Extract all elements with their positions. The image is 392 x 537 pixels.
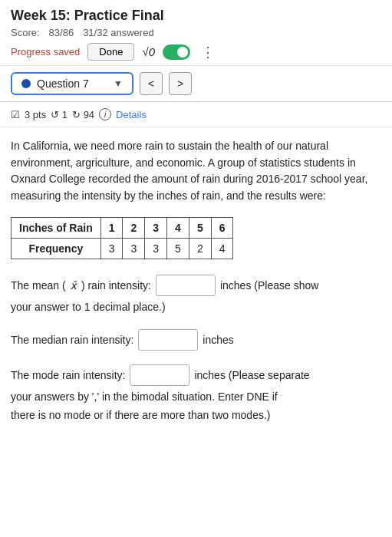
sqrt-label: √0 — [142, 45, 155, 58]
mean-unit: inches (Please show — [220, 277, 318, 294]
table-header-1: 1 — [100, 217, 123, 238]
question-selector[interactable]: Question 7 ▼ — [11, 72, 133, 95]
table-freq-5: 2 — [189, 238, 211, 259]
chevron-down-icon: ▼ — [114, 78, 123, 89]
median-unit: inches — [203, 331, 233, 348]
page-header: Week 15: Practice Final Score: 83/86 31/… — [0, 0, 392, 66]
median-question-line: The median rain intensity: inches — [11, 329, 381, 351]
header-actions: Progress saved Done √0 ⋮ — [11, 43, 381, 61]
mode-prefix: The mode rain intensity: — [11, 367, 125, 384]
progress-saved-label: Progress saved — [11, 46, 80, 58]
checkbox-icon: ☑ — [11, 109, 20, 120]
median-prefix: The median rain intensity: — [11, 331, 133, 348]
question-status-dot — [21, 79, 31, 88]
mode-unit: inches (Please separate — [194, 367, 309, 384]
problem-text: In California, we need more rain to sust… — [11, 138, 381, 205]
mode-subtext1: your answers by ',' in the bimodal situa… — [11, 389, 381, 406]
table-freq-3: 3 — [145, 238, 167, 259]
mean-subtext: your answer to 1 decimal place.) — [11, 299, 381, 316]
mode-input[interactable] — [130, 364, 189, 386]
prev-question-button[interactable]: < — [140, 72, 163, 95]
score-label: Score: — [11, 27, 40, 38]
main-content: In California, we need more rain to sust… — [0, 127, 392, 449]
question-label: Question 7 — [37, 77, 89, 90]
mode-question-block: The mode rain intensity: inches (Please … — [11, 364, 381, 423]
undo-label[interactable]: ↺ 1 — [51, 109, 68, 120]
points-label: 3 pts — [25, 109, 46, 120]
table-header-5: 5 — [189, 217, 211, 238]
table-row-label: Frequency — [12, 238, 101, 259]
mode-subtext2: there is no mode or if there are more th… — [11, 407, 381, 424]
info-icon[interactable]: i — [99, 108, 111, 120]
table-header-4: 4 — [167, 217, 189, 238]
table-freq-1: 3 — [100, 238, 123, 259]
xbar-symbol: x̄ — [71, 277, 77, 294]
table-freq-4: 5 — [167, 238, 189, 259]
score-value: 83/86 — [49, 27, 74, 38]
table-freq-2: 3 — [123, 238, 145, 259]
mean-question-block: The mean (x̄) rain intensity: inches (Pl… — [11, 275, 381, 316]
table-freq-6: 4 — [211, 238, 233, 259]
data-table: Inches of Rain 1 2 3 4 5 6 Frequency 3 3… — [11, 217, 233, 259]
question-meta: ☑ 3 pts ↺ 1 ↻ 94 i Details — [0, 102, 392, 127]
median-question-block: The median rain intensity: inches — [11, 329, 381, 351]
page-title: Week 15: Practice Final — [11, 8, 381, 24]
next-arrow-icon: > — [177, 77, 183, 90]
prev-arrow-icon: < — [148, 77, 154, 90]
mean-question-line: The mean (x̄) rain intensity: inches (Pl… — [11, 275, 381, 296]
mean-prefix: The mean ( — [11, 277, 66, 294]
next-question-button[interactable]: > — [169, 72, 192, 95]
answered-count: 31/32 answered — [83, 27, 154, 38]
median-input[interactable] — [138, 329, 198, 351]
toggle-switch[interactable] — [163, 44, 190, 60]
more-options-icon[interactable]: ⋮ — [201, 44, 215, 61]
table-header-2: 2 — [123, 217, 145, 238]
retry-label[interactable]: ↻ 94 — [72, 109, 94, 120]
table-header-3: 3 — [145, 217, 167, 238]
table-header-label: Inches of Rain — [12, 217, 101, 238]
score-row: Score: 83/86 31/32 answered — [11, 27, 381, 38]
mean-input[interactable] — [156, 275, 216, 296]
question-navigation: Question 7 ▼ < > — [0, 66, 392, 102]
done-button[interactable]: Done — [87, 43, 134, 61]
details-link[interactable]: Details — [116, 109, 147, 120]
mode-question-line: The mode rain intensity: inches (Please … — [11, 364, 381, 386]
mean-suffix: ) rain intensity: — [81, 277, 151, 294]
table-header-6: 6 — [211, 217, 233, 238]
